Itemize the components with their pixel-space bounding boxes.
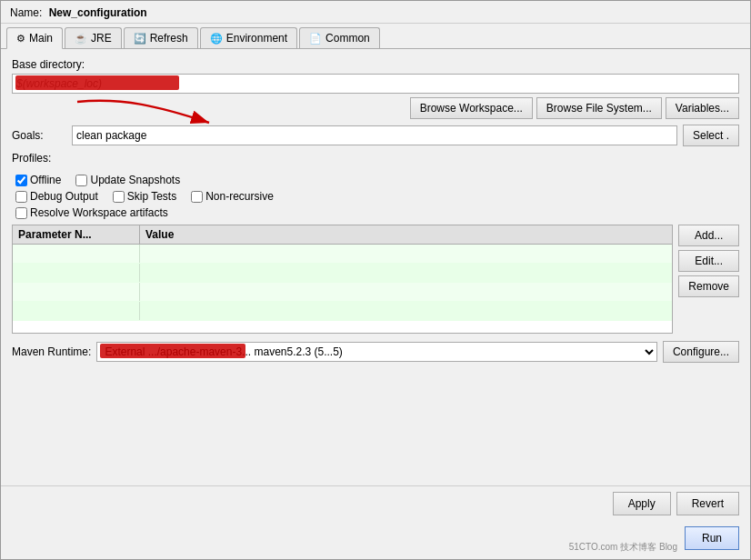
offline-checkbox-item[interactable]: Offline [15, 174, 61, 186]
goals-label: Goals: [12, 129, 66, 142]
checkboxes-row-1: Offline Update Snapshots [12, 174, 739, 186]
offline-checkbox[interactable] [15, 175, 27, 186]
debug-output-label: Debug Output [30, 190, 98, 203]
maven-runtime-row: Maven Runtime: External .../apache-maven… [12, 341, 739, 363]
table-buttons: Add... Edit... Remove [678, 225, 739, 334]
table-row[interactable] [13, 245, 672, 264]
table-row[interactable] [13, 283, 672, 302]
refresh-tab-label: Refresh [150, 32, 188, 45]
browse-buttons-row: Browse Workspace... Browse File System..… [12, 97, 739, 119]
checkboxes-row-2: Debug Output Skip Tests Non-recursive [12, 190, 739, 203]
col-param-name: Parameter N... [13, 225, 140, 244]
footer: Run 51CTO.com 技术博客 Blog [1, 521, 750, 559]
table-header: Parameter N... Value [13, 225, 672, 245]
debug-output-checkbox[interactable] [15, 191, 27, 203]
select-button[interactable]: Select . [683, 125, 739, 146]
profiles-section: Profiles: Offline Update Snapshots Debug… [12, 152, 739, 219]
name-value: New_configuration [49, 6, 147, 19]
goals-section: Goals: Select . [12, 125, 739, 146]
skip-tests-checkbox-item[interactable]: Skip Tests [113, 190, 176, 203]
add-button[interactable]: Add... [678, 225, 739, 246]
tab-jre[interactable]: ☕ JRE [65, 27, 122, 48]
skip-tests-checkbox[interactable] [113, 191, 125, 203]
goals-row: Goals: Select . [12, 125, 739, 146]
maven-redacted-overlay [100, 344, 245, 358]
refresh-tab-icon: 🔄 [134, 33, 146, 45]
remove-button[interactable]: Remove [678, 275, 739, 297]
non-recursive-checkbox[interactable] [191, 191, 203, 203]
resolve-workspace-checkbox-item[interactable]: Resolve Workspace artifacts [15, 206, 168, 219]
debug-output-checkbox-item[interactable]: Debug Output [15, 190, 98, 203]
td-value-2 [140, 283, 672, 301]
update-snapshots-checkbox[interactable] [75, 175, 87, 186]
td-value-1 [140, 264, 672, 282]
profiles-label-row: Profiles: [12, 152, 739, 168]
non-recursive-checkbox-item[interactable]: Non-recursive [191, 190, 274, 203]
resolve-workspace-checkbox[interactable] [15, 207, 27, 219]
tab-main[interactable]: ⚙ Main [6, 27, 63, 49]
parameter-table-area: Parameter N... Value [12, 225, 739, 334]
edit-button[interactable]: Edit... [678, 250, 739, 272]
tab-common[interactable]: 📄 Common [299, 27, 380, 48]
redacted-overlay [15, 75, 179, 90]
goals-input[interactable] [72, 125, 677, 145]
offline-label: Offline [30, 174, 61, 186]
tabs-container: ⚙ Main ☕ JRE 🔄 Refresh 🌐 Environment 📄 C… [1, 24, 750, 49]
profiles-label: Profiles: [12, 152, 51, 165]
table-row[interactable] [13, 302, 672, 321]
launch-configuration-dialog: Name: New_configuration ⚙ Main ☕ JRE 🔄 R… [0, 0, 751, 560]
environment-tab-label: Environment [226, 32, 287, 45]
jre-tab-label: JRE [91, 32, 112, 45]
table-row[interactable] [13, 264, 672, 283]
configure-button[interactable]: Configure... [663, 341, 739, 363]
tab-refresh[interactable]: 🔄 Refresh [124, 27, 198, 48]
skip-tests-label: Skip Tests [127, 190, 176, 203]
table-body [13, 245, 672, 326]
environment-tab-icon: 🌐 [210, 33, 223, 45]
td-param-2 [13, 283, 140, 301]
main-tab-icon: ⚙ [16, 33, 25, 45]
common-tab-label: Common [325, 32, 370, 45]
main-content: Base directory: Browse Workspace... Brow… [1, 49, 750, 485]
maven-runtime-label: Maven Runtime: [12, 345, 91, 358]
jre-tab-icon: ☕ [75, 33, 87, 45]
col-value: Value [140, 225, 672, 244]
checkboxes-row-3: Resolve Workspace artifacts [12, 206, 739, 219]
title-bar: Name: New_configuration [1, 1, 750, 24]
base-directory-section: Base directory: Browse Workspace... Brow… [12, 58, 739, 119]
non-recursive-label: Non-recursive [205, 190, 274, 203]
variables-button[interactable]: Variables... [666, 97, 739, 119]
td-param-0 [13, 245, 140, 263]
td-value-0 [140, 245, 672, 263]
td-value-3 [140, 302, 672, 320]
common-tab-icon: 📄 [309, 33, 322, 45]
td-param-3 [13, 302, 140, 320]
tab-environment[interactable]: 🌐 Environment [200, 27, 297, 48]
base-directory-label: Base directory: [12, 58, 739, 71]
update-snapshots-label: Update Snapshots [90, 174, 180, 186]
browse-filesystem-button[interactable]: Browse File System... [536, 97, 662, 119]
main-tab-label: Main [29, 32, 53, 45]
td-param-1 [13, 264, 140, 282]
watermark: 51CTO.com 技术博客 Blog [569, 541, 677, 554]
resolve-workspace-label: Resolve Workspace artifacts [30, 206, 168, 219]
apply-button[interactable]: Apply [613, 492, 671, 515]
browse-workspace-button[interactable]: Browse Workspace... [410, 97, 533, 119]
revert-button[interactable]: Revert [676, 492, 739, 515]
update-snapshots-checkbox-item[interactable]: Update Snapshots [75, 174, 180, 186]
name-label: Name: [10, 6, 42, 19]
bottom-buttons: Apply Revert [1, 485, 750, 521]
run-button[interactable]: Run [685, 526, 739, 550]
parameter-table: Parameter N... Value [12, 225, 673, 334]
